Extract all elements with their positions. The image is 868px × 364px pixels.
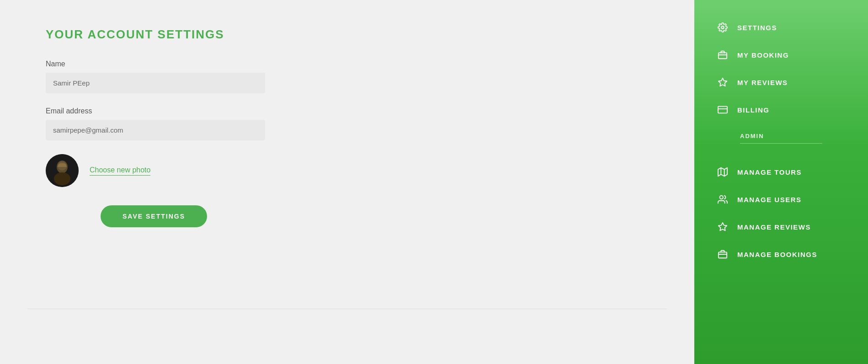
sidebar-item-settings-label: SETTINGS [737,24,777,32]
name-label: Name [46,60,649,68]
svg-marker-11 [718,168,727,176]
sidebar-item-manage-tours-label: MANAGE TOURS [737,168,802,176]
svg-marker-8 [719,78,727,86]
sidebar-item-manage-users-label: MANAGE USERS [737,196,802,203]
credit-card-icon [717,104,728,115]
sidebar-item-manage-tours[interactable]: MANAGE TOURS [694,158,868,186]
briefcase-icon-bookings [717,249,728,260]
sidebar-item-manage-reviews-label: MANAGE REVIEWS [737,223,811,231]
svg-rect-6 [719,53,727,59]
sidebar-item-manage-bookings-label: MANAGE BOOKINGS [737,251,817,258]
name-input[interactable] [46,73,265,93]
avatar [46,154,79,187]
sidebar-item-my-reviews[interactable]: MY REVIEWS [694,69,868,96]
sidebar-item-billing[interactable]: BILLING [694,96,868,123]
sidebar-item-billing-label: BILLING [737,106,770,114]
email-group: Email address [46,107,649,140]
star-icon-manage-reviews [717,221,728,232]
svg-marker-15 [719,223,727,230]
save-settings-button[interactable]: SAVE SETTINGS [101,205,207,227]
sidebar-item-my-booking-label: MY BOOKING [737,51,789,59]
admin-divider [740,143,822,144]
bottom-divider [27,309,667,309]
name-group: Name [46,60,649,93]
sidebar-item-manage-users[interactable]: MANAGE USERS [694,186,868,213]
email-label: Email address [46,107,649,115]
star-icon-reviews [717,77,728,88]
sidebar-item-manage-reviews[interactable]: MANAGE REVIEWS [694,213,868,241]
briefcase-icon [717,49,728,60]
admin-separator: ADMIN [717,133,845,151]
admin-label: ADMIN [717,133,845,139]
photo-section: Choose new photo [46,154,649,187]
svg-point-5 [721,26,724,29]
gear-icon [717,22,728,33]
svg-point-14 [720,196,723,199]
sidebar-item-manage-bookings[interactable]: MANAGE BOOKINGS [694,241,868,268]
email-input[interactable] [46,120,265,140]
page-title: YOUR ACCOUNT SETTINGS [46,27,649,42]
sidebar: SETTINGS MY BOOKING MY REVIEWS [694,0,868,364]
main-content: YOUR ACCOUNT SETTINGS Name Email address… [0,0,694,364]
svg-rect-16 [719,252,727,258]
users-icon [717,194,728,205]
choose-photo-link[interactable]: Choose new photo [90,166,150,176]
sidebar-item-my-reviews-label: MY REVIEWS [737,79,788,86]
sidebar-item-settings[interactable]: SETTINGS [694,14,868,41]
svg-rect-9 [718,107,727,113]
map-icon [717,166,728,177]
svg-rect-4 [55,174,69,183]
sidebar-item-my-booking[interactable]: MY BOOKING [694,41,868,69]
